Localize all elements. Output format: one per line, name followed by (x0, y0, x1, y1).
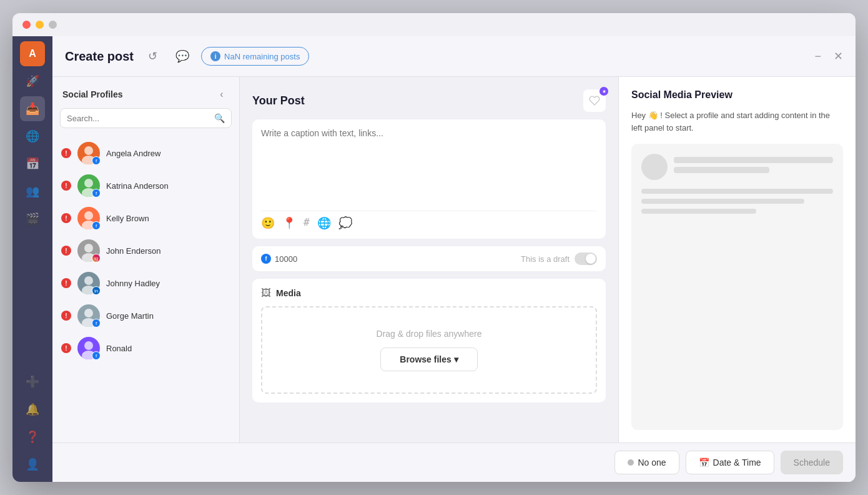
media-section: 🖼 Media Drag & drop files anywhere Brows… (252, 279, 606, 402)
profile-item-angela[interactable]: ! f Angela Andrew (52, 137, 239, 169)
profile-name: Gorge Martin (106, 311, 154, 321)
preview-content-line (641, 209, 756, 214)
preview-panel: Social Media Preview Hey 👋 ! Select a pr… (618, 77, 856, 442)
sidebar-nav: A 🚀 📥 🌐 📅 👥 🎬 ➕ 🔔 ❓ 👤 (12, 36, 52, 482)
sidebar-item-users[interactable]: 👥 (20, 179, 45, 204)
caption-toolbar: 🙂 📍 # 🌐 💭 (261, 211, 597, 230)
profile-item-john[interactable]: ! ig John Enderson (52, 234, 239, 267)
sidebar-item-help[interactable]: ❓ (20, 424, 45, 449)
preview-title: Social Media Preview (631, 89, 843, 101)
media-title: Media (276, 288, 301, 298)
preview-content-lines (641, 189, 833, 214)
header: Create post ↺ 💬 i NaN remaining posts − … (52, 36, 856, 77)
profile-name: Kelly Brown (106, 214, 149, 223)
emoji-icon[interactable]: 🙂 (261, 216, 275, 230)
profile-name: John Enderson (106, 246, 160, 256)
sidebar-item-video[interactable]: 🎬 (20, 206, 45, 231)
preview-line-sub (674, 167, 769, 173)
profile-item-johnny[interactable]: ! in Johnny Hadley (52, 267, 239, 299)
no-one-label: No one (638, 458, 666, 468)
character-count: 10000 (275, 254, 297, 264)
page-title: Create post (65, 49, 134, 64)
sidebar-item-add[interactable]: ➕ (20, 369, 45, 394)
error-indicator: ! (61, 148, 71, 158)
caption-area: 🙂 📍 # 🌐 💭 (252, 119, 606, 239)
profile-item-gorge[interactable]: ! f Gorge Martin (52, 299, 239, 332)
svg-point-12 (84, 341, 93, 350)
facebook-badge: f (92, 156, 101, 165)
browse-files-button[interactable]: Browse files ▾ (380, 348, 477, 371)
minimize-window-button[interactable]: − (814, 50, 821, 63)
profile-name: Johnny Hadley (106, 279, 160, 288)
close-button[interactable] (22, 21, 31, 29)
no-one-button[interactable]: No one (614, 451, 679, 474)
sidebar-item-calendar[interactable]: 📅 (20, 151, 45, 176)
post-panel: Your Post ★ (240, 77, 618, 442)
sidebar-item-inbox[interactable]: 📥 (20, 96, 45, 121)
star-icon: ★ (602, 89, 606, 94)
profile-item-katrina[interactable]: ! f Katrina Anderson (52, 169, 239, 202)
ai-icon[interactable]: 💭 (338, 216, 352, 230)
sidebar-item-user[interactable]: 👤 (20, 452, 45, 477)
close-window-button[interactable]: ✕ (834, 49, 843, 63)
facebook-badge: f (92, 319, 101, 328)
media-header: 🖼 Media (261, 288, 597, 299)
schedule-label: Schedule (794, 458, 830, 468)
info-icon: i (210, 51, 220, 61)
location-icon[interactable]: 📍 (282, 216, 296, 230)
history-icon: ↺ (148, 49, 157, 63)
schedule-button[interactable]: Schedule (781, 451, 843, 474)
preview-hint: Hey 👋 ! Select a profile and start addin… (631, 109, 843, 134)
drop-zone[interactable]: Drag & drop files anywhere Browse files … (261, 306, 597, 394)
titlebar (12, 13, 856, 36)
remaining-label: NaN remaining posts (224, 52, 300, 61)
post-title: Your Post (252, 94, 305, 108)
collapse-profiles-button[interactable]: ‹ (214, 87, 229, 102)
hashtag-icon[interactable]: # (303, 216, 310, 230)
profiles-header: Social Profiles ‹ (52, 77, 239, 108)
search-icon: 🔍 (214, 113, 225, 123)
error-indicator: ! (61, 213, 71, 223)
media-icon: 🖼 (261, 288, 271, 299)
profiles-panel: Social Profiles ‹ 🔍 ! (52, 77, 240, 442)
profiles-list: ! f Angela Andrew ! (52, 134, 239, 442)
preview-avatar (641, 154, 668, 180)
chat-button[interactable]: 💬 (171, 45, 194, 68)
error-indicator: ! (61, 278, 71, 288)
error-indicator: ! (61, 246, 71, 256)
svg-point-6 (84, 244, 93, 252)
minimize-button[interactable] (36, 21, 44, 29)
sidebar-item-send[interactable]: 🚀 (20, 69, 45, 94)
profile-item-kelly[interactable]: ! f Kelly Brown (52, 202, 239, 234)
profile-item-ronald[interactable]: ! f Ronald (52, 332, 239, 364)
post-footer: f 10000 This is a draft (252, 246, 606, 271)
avatar-wrap: f (77, 142, 100, 164)
calendar-icon: 📅 (699, 458, 709, 468)
search-input[interactable] (67, 114, 210, 123)
sidebar-item-home[interactable]: A (20, 41, 45, 66)
date-time-button[interactable]: 📅 Date & Time (686, 451, 774, 474)
preview-content-line (641, 189, 833, 194)
history-button[interactable]: ↺ (141, 45, 164, 68)
instagram-badge: ig (92, 254, 101, 262)
facebook-badge: f (92, 351, 101, 360)
preview-card (631, 144, 843, 430)
remaining-posts-badge[interactable]: i NaN remaining posts (201, 47, 309, 66)
chat-icon: 💬 (175, 49, 189, 63)
sidebar-item-globe[interactable]: 🌐 (20, 124, 45, 149)
post-header: Your Post ★ (252, 89, 606, 112)
profile-name: Angela Andrew (106, 149, 160, 158)
post-icon-button[interactable]: ★ (583, 89, 606, 112)
drop-text: Drag & drop files anywhere (377, 329, 482, 339)
draft-switch[interactable] (575, 252, 597, 265)
no-one-dot (628, 459, 634, 466)
search-box: 🔍 (60, 108, 232, 128)
sidebar-item-bell[interactable]: 🔔 (20, 397, 45, 422)
toggle-knob (586, 254, 596, 264)
profile-name: Ronald (106, 344, 132, 353)
fullscreen-button[interactable] (49, 21, 57, 29)
error-indicator: ! (61, 181, 71, 191)
mentions-icon[interactable]: 🌐 (317, 216, 331, 230)
avatar-wrap: ig (77, 239, 100, 262)
caption-textarea[interactable] (261, 128, 597, 203)
